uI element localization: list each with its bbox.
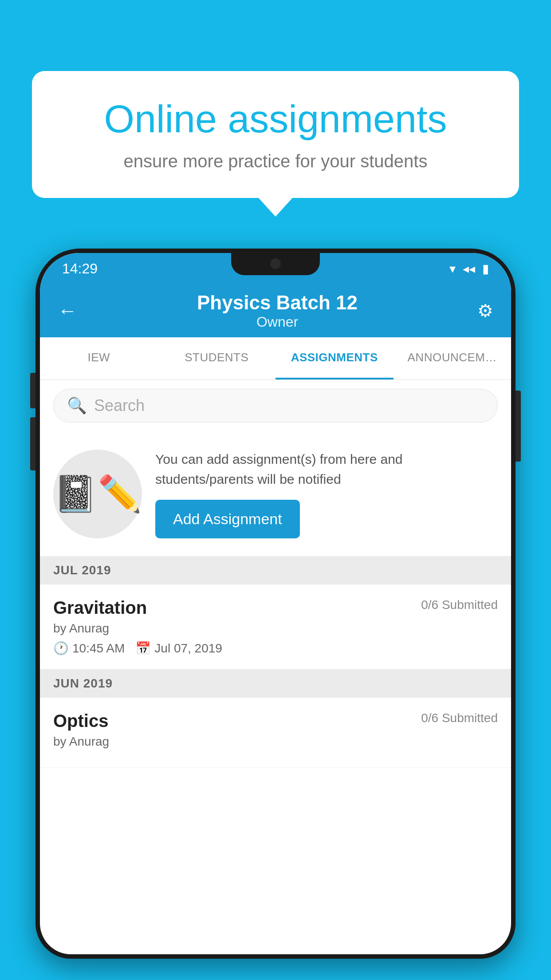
phone-notch (231, 253, 320, 275)
app-header: ← Physics Batch 12 Owner ⚙ (40, 284, 511, 337)
assignment-name-gravitation: Gravitation (53, 598, 147, 618)
assignment-name-optics: Optics (53, 711, 108, 731)
search-bar-container: 🔍 Search (40, 380, 511, 431)
assignment-submitted-gravitation: 0/6 Submitted (421, 598, 498, 612)
search-bar[interactable]: 🔍 Search (53, 389, 498, 423)
phone-frame: 14:29 ▾ ◂◂ ▮ ← Physics Batch 12 Owner ⚙ (35, 249, 516, 980)
assignment-item-gravitation[interactable]: Gravitation 0/6 Submitted by Anurag 🕐 10… (40, 585, 511, 669)
calendar-icon: 📅 (135, 641, 151, 656)
phone-screen: 14:29 ▾ ◂◂ ▮ ← Physics Batch 12 Owner ⚙ (40, 253, 511, 954)
tabs-container: IEW STUDENTS ASSIGNMENTS ANNOUNCEM… (40, 337, 511, 380)
assignment-icon-circle: 📓✏️ (53, 450, 142, 538)
phone-btn-volume-up (30, 373, 35, 408)
tab-students[interactable]: STUDENTS (158, 337, 276, 379)
assignment-submitted-optics: 0/6 Submitted (421, 711, 498, 725)
meta-time-gravitation: 🕐 10:45 AM (53, 641, 125, 656)
settings-button[interactable]: ⚙ (477, 300, 493, 321)
screen-inner: 14:29 ▾ ◂◂ ▮ ← Physics Batch 12 Owner ⚙ (40, 253, 511, 954)
add-assignment-description: You can add assignment(s) from here and … (155, 449, 498, 489)
assignment-notebook-icon: 📓✏️ (53, 473, 142, 515)
assignment-by-optics: by Anurag (53, 735, 498, 749)
status-time: 14:29 (62, 261, 98, 277)
speech-bubble-title: Online assignments (67, 98, 484, 141)
header-center: Physics Batch 12 Owner (197, 292, 358, 330)
status-icons: ▾ ◂◂ ▮ (449, 261, 489, 276)
phone-camera (270, 258, 281, 269)
speech-bubble-container: Online assignments ensure more practice … (32, 71, 519, 198)
signal-icon: ◂◂ (463, 261, 475, 276)
section-header-jun-2019: JUN 2019 (40, 669, 511, 698)
add-assignment-button[interactable]: Add Assignment (155, 500, 300, 538)
speech-bubble: Online assignments ensure more practice … (32, 71, 519, 198)
assignment-time-gravitation: 10:45 AM (72, 641, 125, 656)
search-placeholder: Search (94, 396, 145, 415)
search-icon: 🔍 (67, 396, 87, 415)
phone-outer: 14:29 ▾ ◂◂ ▮ ← Physics Batch 12 Owner ⚙ (35, 249, 516, 959)
header-title: Physics Batch 12 (197, 292, 358, 314)
scrollable-content: 🔍 Search 📓✏️ You can add assignment(s) f… (40, 380, 511, 954)
wifi-icon: ▾ (449, 261, 456, 276)
meta-date-gravitation: 📅 Jul 07, 2019 (135, 641, 222, 656)
assignment-item-optics[interactable]: Optics 0/6 Submitted by Anurag (40, 698, 511, 768)
tab-assignments[interactable]: ASSIGNMENTS (276, 337, 394, 379)
clock-icon: 🕐 (53, 641, 69, 656)
add-assignment-section: 📓✏️ You can add assignment(s) from here … (40, 431, 511, 556)
add-assignment-content: You can add assignment(s) from here and … (155, 449, 498, 538)
tab-iew[interactable]: IEW (40, 337, 158, 379)
phone-btn-power (516, 391, 521, 462)
header-subtitle: Owner (197, 314, 358, 330)
tab-announcements[interactable]: ANNOUNCEM… (394, 337, 512, 379)
phone-btn-volume-down (30, 417, 35, 470)
assignment-by-gravitation: by Anurag (53, 621, 498, 636)
battery-icon: ▮ (482, 261, 489, 276)
speech-bubble-subtitle: ensure more practice for your students (67, 151, 484, 171)
assignment-item-header-optics: Optics 0/6 Submitted (53, 711, 498, 731)
back-button[interactable]: ← (58, 300, 77, 322)
assignment-meta-gravitation: 🕐 10:45 AM 📅 Jul 07, 2019 (53, 641, 498, 656)
assignment-item-header: Gravitation 0/6 Submitted (53, 598, 498, 618)
assignment-date-gravitation: Jul 07, 2019 (154, 641, 222, 656)
section-header-jul-2019: JUL 2019 (40, 556, 511, 585)
